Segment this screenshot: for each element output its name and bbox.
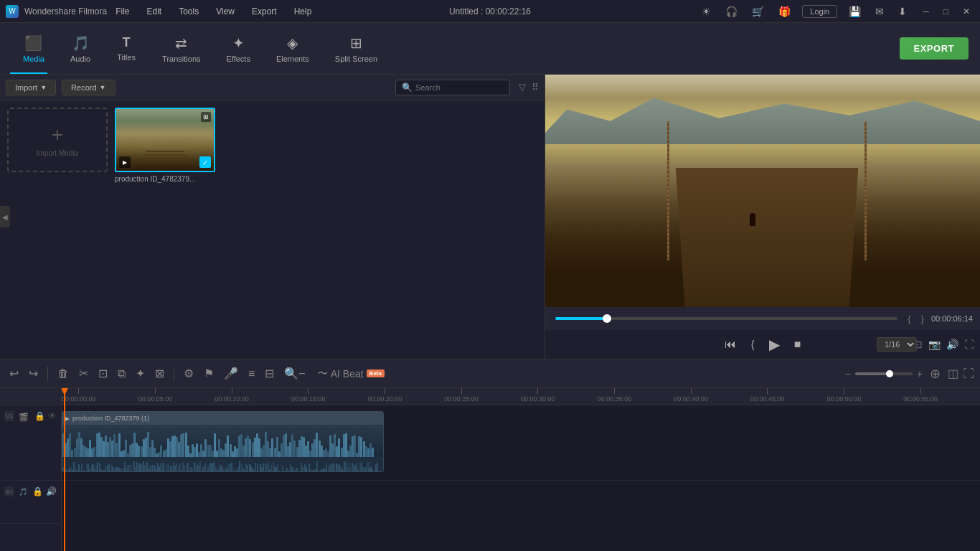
search-input[interactable] xyxy=(415,83,501,92)
menu-edit[interactable]: Edit xyxy=(144,5,165,18)
mic-button[interactable]: 🎤 xyxy=(220,364,242,382)
video-clip-audio xyxy=(62,457,383,472)
out-point-button[interactable]: } xyxy=(918,312,927,326)
video-hide-button[interactable]: 👁 xyxy=(48,411,57,421)
sun-icon[interactable]: ☀ xyxy=(699,4,714,19)
text-button[interactable]: ≡ xyxy=(245,365,258,382)
toolbar-splitscreen[interactable]: ⊞ Split Screen xyxy=(324,30,389,67)
zoom-plus-button[interactable]: + xyxy=(917,368,923,380)
audio-wave-bar xyxy=(233,468,235,472)
zoom-slider-handle[interactable] xyxy=(886,370,893,377)
flag-button[interactable]: ⚑ xyxy=(200,364,217,382)
zoom-slider[interactable] xyxy=(855,372,913,375)
import-plus-icon: + xyxy=(52,123,63,146)
toolbar-media[interactable]: ⬛ Media xyxy=(11,30,56,67)
toolbar-transitions[interactable]: ⇄ Transitions xyxy=(151,30,212,67)
cart-icon[interactable]: 🛒 xyxy=(749,4,767,19)
in-point-button[interactable]: { xyxy=(905,312,913,326)
zoom-out-button[interactable]: 🔍− xyxy=(281,364,308,382)
split-button[interactable]: ⊠ xyxy=(151,364,168,382)
app-name: Wondershare Filmora xyxy=(24,6,107,17)
snap-button[interactable]: ◫ xyxy=(948,367,958,380)
waveform-bar xyxy=(293,441,296,457)
play-button[interactable]: ▶ xyxy=(765,333,784,356)
zoom-minus-button[interactable]: − xyxy=(845,368,851,380)
import-button[interactable]: Import ▼ xyxy=(6,80,56,95)
undo-button[interactable]: ↩ xyxy=(6,364,22,382)
close-button[interactable]: ✕ xyxy=(958,5,974,18)
ruler-tick-11: 00:00:55:00 xyxy=(903,388,938,402)
menu-view[interactable]: View xyxy=(213,5,237,18)
timeline-ruler[interactable]: 00:00:00:0000:00:05:0000:00:10:0000:00:1… xyxy=(62,388,980,405)
step-back-button[interactable]: ⏮ xyxy=(720,335,740,354)
menu-export[interactable]: Export xyxy=(249,5,280,18)
scrubber-handle[interactable] xyxy=(603,314,611,323)
zoom-select[interactable]: 1/16 xyxy=(877,337,917,352)
frame-back-button[interactable]: ⟨ xyxy=(746,335,759,354)
toolbar-effects[interactable]: ✦ Effects xyxy=(215,30,262,67)
waveform-bar xyxy=(71,450,73,457)
menu-tools[interactable]: Tools xyxy=(176,5,202,18)
download-icon[interactable]: ⬇ xyxy=(895,4,910,19)
toolbar-audio[interactable]: 🎵 Audio xyxy=(59,30,102,67)
timeline-toolbar: ↩ ↪ 🗑 ✂ ⊡ ⧉ ✦ ⊠ ⚙ ⚑ 🎤 ≡ ⊟ 🔍− 〜 AI Beat B… xyxy=(0,359,980,388)
video-clip-waveform xyxy=(62,425,383,457)
waveform-bar xyxy=(249,439,251,457)
menu-file[interactable]: File xyxy=(113,5,132,18)
collapse-panel-button[interactable]: ◀ xyxy=(0,206,10,227)
media-icon: ⬛ xyxy=(24,34,42,52)
menu-help[interactable]: Help xyxy=(291,5,315,18)
expand-icon[interactable]: ⛶ xyxy=(964,339,974,350)
save-icon[interactable]: 💾 xyxy=(846,4,864,19)
ruler-tick-5: 00:00:25:00 xyxy=(444,388,479,402)
stop-button[interactable]: ■ xyxy=(790,335,806,354)
video-lock-button[interactable]: 🔒 xyxy=(34,411,45,421)
minimize-button[interactable]: ─ xyxy=(918,5,933,18)
delete-button[interactable]: 🗑 xyxy=(54,365,72,382)
crop-button[interactable]: ⊡ xyxy=(95,364,111,382)
scissors-button[interactable]: ✂ xyxy=(75,364,92,382)
maximize-button[interactable]: □ xyxy=(939,5,953,18)
snapshot-icon[interactable]: 📷 xyxy=(928,339,941,350)
media-clip-0[interactable]: ⊞ ▶ ✓ production ID_4782379... xyxy=(115,108,215,183)
copy-button[interactable]: ⧉ xyxy=(114,365,129,382)
audio-track-controls: 🔒 🔊 xyxy=(32,486,57,496)
toolbar-titles[interactable]: T Titles xyxy=(105,31,148,66)
import-placeholder[interactable]: + Import Media xyxy=(7,108,108,172)
thumb-overlay-icon: ⊞ xyxy=(201,112,211,122)
add-track-button[interactable]: ⊕ xyxy=(927,364,943,383)
waveform-bar xyxy=(204,439,207,457)
snapshot-tl-button[interactable]: ⊟ xyxy=(261,364,278,382)
bridge-line2 xyxy=(143,154,187,156)
ai-beat-button[interactable]: 〜 AI Beat Beta xyxy=(312,365,390,382)
fullscreen-timeline-button[interactable]: ⛶ xyxy=(963,367,974,380)
headphone-icon[interactable]: 🎧 xyxy=(722,4,740,19)
audio-preview-icon[interactable]: 🔊 xyxy=(946,339,958,350)
login-button[interactable]: Login xyxy=(802,5,837,18)
ai-beat-icon: 〜 xyxy=(318,367,328,380)
export-button[interactable]: EXPORT xyxy=(900,37,969,60)
title-bar-left: W Wondershare Filmora File Edit Tools Vi… xyxy=(6,5,314,18)
toolbar-elements[interactable]: ◈ Elements xyxy=(265,30,321,67)
magic-button[interactable]: ✦ xyxy=(132,364,149,382)
right-panel: { } 00:00:06:14 ⏮ ⟨ ▶ ■ 1/16 ⊡ 📷 🔊 ⛶ xyxy=(545,75,980,359)
settings-button[interactable]: ⚙ xyxy=(180,364,197,382)
beta-badge: Beta xyxy=(367,369,385,377)
gift-icon[interactable]: 🎁 xyxy=(776,4,793,19)
timeline-body: V1 🎬 🔒 👁 A1 🎵 🔒 🔊 00 xyxy=(0,388,980,551)
timeline-scrubber[interactable] xyxy=(555,317,897,320)
search-box[interactable]: 🔍 xyxy=(395,80,510,95)
redo-button[interactable]: ↪ xyxy=(25,364,42,382)
grid-icon[interactable]: ⠿ xyxy=(532,82,539,93)
app-logo: W xyxy=(6,5,19,18)
thumb-play-icon: ▶ xyxy=(119,156,131,168)
audio-volume-button[interactable]: 🔊 xyxy=(46,486,57,496)
video-clip[interactable]: ▶ production ID_4782379 (1) xyxy=(62,411,384,472)
audio-track-icon: 🎵 xyxy=(19,488,27,496)
audio-lock-button[interactable]: 🔒 xyxy=(32,486,43,496)
record-button[interactable]: Record ▼ xyxy=(62,80,115,95)
transitions-label: Transitions xyxy=(162,55,200,63)
filter-icon[interactable]: ▽ xyxy=(519,82,526,93)
media-label: Media xyxy=(23,55,44,63)
mail-icon[interactable]: ✉ xyxy=(872,4,887,19)
